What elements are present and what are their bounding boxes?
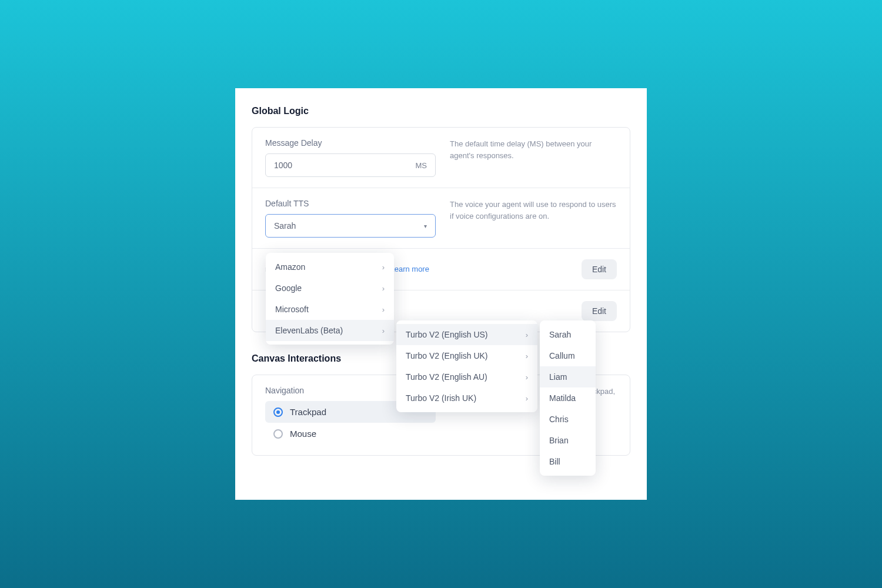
tts-model-item[interactable]: Turbo V2 (Irish UK)› xyxy=(396,387,537,409)
default-tts-selected: Sarah xyxy=(274,221,296,230)
tts-provider-item-label: Google xyxy=(275,283,302,293)
tts-voice-item[interactable]: Brian xyxy=(540,430,596,451)
no-match-edit-button[interactable]: Edit xyxy=(582,259,617,279)
tts-voice-item-label: Matilda xyxy=(549,393,576,403)
tts-voice-item-label: Chris xyxy=(549,415,569,424)
radio-icon xyxy=(273,407,283,417)
chevron-right-icon: › xyxy=(382,284,385,293)
tts-voice-item[interactable]: Bill xyxy=(540,451,596,472)
default-tts-select[interactable]: Sarah ▾ xyxy=(265,214,436,238)
tts-voice-item[interactable]: Chris xyxy=(540,409,596,430)
message-delay-row: Message Delay MS The default time delay … xyxy=(252,128,630,188)
tts-provider-item[interactable]: ElevenLabs (Beta)› xyxy=(266,320,394,341)
chevron-right-icon: › xyxy=(526,373,528,382)
nav-option-label: Trackpad xyxy=(290,407,326,417)
tts-provider-item-label: Amazon xyxy=(275,262,305,272)
tts-voice-item[interactable]: Callum xyxy=(540,345,596,366)
tts-voice-item[interactable]: Sarah xyxy=(540,324,596,345)
tts-model-item-label: Turbo V2 (English UK) xyxy=(406,351,488,360)
chevron-right-icon: › xyxy=(382,305,385,314)
message-delay-label: Message Delay xyxy=(265,138,436,148)
tts-voice-item-label: Brian xyxy=(549,436,569,445)
chevron-right-icon: › xyxy=(382,263,385,272)
tts-provider-item-label: ElevenLabs (Beta) xyxy=(275,326,343,335)
tts-model-item[interactable]: Turbo V2 (English UK)› xyxy=(396,345,537,366)
tts-voice-item-label: Callum xyxy=(549,351,575,360)
message-delay-desc: The default time delay (MS) between your… xyxy=(450,138,617,161)
default-tts-desc: The voice your agent will use to respond… xyxy=(450,199,617,222)
tts-provider-item[interactable]: Google› xyxy=(266,278,394,299)
tts-provider-item[interactable]: Microsoft› xyxy=(266,299,394,320)
tts-model-item[interactable]: Turbo V2 (English AU)› xyxy=(396,366,537,387)
message-delay-input-wrap[interactable]: MS xyxy=(265,153,436,177)
no-match-learn-more-link[interactable]: Learn more xyxy=(390,265,429,273)
chevron-right-icon: › xyxy=(382,326,385,335)
radio-icon xyxy=(273,429,283,439)
tts-model-item-label: Turbo V2 (English US) xyxy=(406,330,488,339)
nav-option-mouse[interactable]: Mouse xyxy=(265,423,436,445)
tts-provider-item[interactable]: Amazon› xyxy=(266,256,394,278)
chevron-right-icon: › xyxy=(526,394,528,403)
tts-model-menu: Turbo V2 (English US)›Turbo V2 (English … xyxy=(396,320,537,412)
tts-model-item[interactable]: Turbo V2 (English US)› xyxy=(396,324,537,345)
tts-voice-item[interactable]: Liam xyxy=(540,366,596,387)
default-tts-row: Default TTS Sarah ▾ The voice your agent… xyxy=(252,188,630,249)
message-delay-unit: MS xyxy=(416,161,427,170)
caret-down-icon: ▾ xyxy=(424,223,427,229)
chevron-right-icon: › xyxy=(526,330,528,339)
message-delay-input[interactable] xyxy=(274,161,416,170)
chevron-right-icon: › xyxy=(526,352,528,360)
tts-voice-item-label: Sarah xyxy=(549,330,571,339)
section-title-global-logic: Global Logic xyxy=(252,106,630,116)
tts-voice-item[interactable]: Matilda xyxy=(540,387,596,409)
tts-voice-item-label: Liam xyxy=(549,372,567,382)
tts-model-item-label: Turbo V2 (English AU) xyxy=(406,372,487,382)
row2-edit-button[interactable]: Edit xyxy=(582,301,617,321)
settings-panel: Global Logic Message Delay MS The defaul… xyxy=(235,88,647,500)
nav-option-label: Mouse xyxy=(290,429,316,439)
tts-voice-menu: SarahCallumLiamMatildaChrisBrianBill xyxy=(540,320,596,476)
tts-model-item-label: Turbo V2 (Irish UK) xyxy=(406,393,476,403)
tts-provider-item-label: Microsoft xyxy=(275,305,309,314)
tts-voice-item-label: Bill xyxy=(549,457,560,466)
tts-provider-menu: Amazon›Google›Microsoft›ElevenLabs (Beta… xyxy=(266,253,394,345)
default-tts-label: Default TTS xyxy=(265,199,436,208)
